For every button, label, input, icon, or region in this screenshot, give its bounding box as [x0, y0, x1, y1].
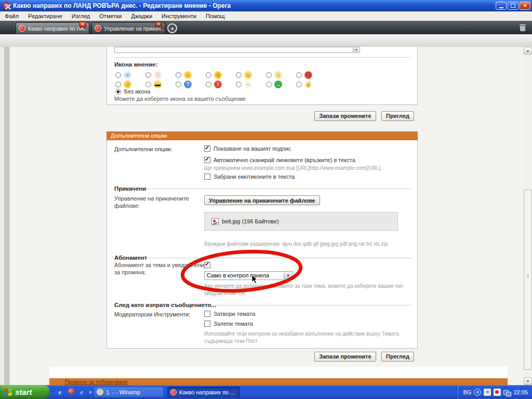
- quick-launch-chevron-icon[interactable]: »: [89, 389, 92, 395]
- signature-checkbox[interactable]: [204, 145, 210, 152]
- browser-e-icon[interactable]: e: [78, 388, 86, 396]
- manage-attachments-button[interactable]: Управление на прикачените файлове: [204, 195, 320, 205]
- menu-item[interactable]: Файл: [0, 11, 23, 21]
- icon-arrow[interactable]: →: [274, 81, 282, 88]
- clock[interactable]: 22:05: [513, 389, 528, 395]
- stick-thread-option[interactable]: Залепи темата: [204, 321, 253, 327]
- select-dropdown-icon[interactable]: ▼: [284, 272, 292, 279]
- language-indicator[interactable]: BG: [463, 389, 472, 395]
- menu-item[interactable]: Отметки: [95, 11, 126, 21]
- emoticon-option[interactable]: ☺: [176, 70, 206, 79]
- no-icon-option[interactable]: Без икона: [115, 88, 151, 95]
- icon-happy[interactable]: ☺: [244, 71, 252, 79]
- no-icon-radio[interactable]: [115, 89, 121, 95]
- emoticon-radio[interactable]: [115, 72, 121, 78]
- emoticon-radio[interactable]: [296, 82, 302, 87]
- emoticon-option[interactable]: ●: [236, 79, 266, 88]
- stick-thread-checkbox[interactable]: [204, 321, 210, 327]
- emoticon-radio[interactable]: [115, 82, 121, 87]
- new-tab-button[interactable]: +: [167, 23, 177, 33]
- field-dropdown-icon[interactable]: ▼: [353, 48, 359, 52]
- close-thread-checkbox[interactable]: [204, 311, 210, 317]
- close-thread-option[interactable]: Затвори темата: [204, 311, 255, 317]
- emoticon-radio[interactable]: [206, 72, 211, 78]
- icon-mad[interactable]: ☹: [304, 71, 312, 79]
- icon-laugh[interactable]: ☺: [184, 71, 192, 79]
- icon-cool[interactable]: ▬: [154, 81, 162, 88]
- emoticon-option[interactable]: ☺: [115, 79, 145, 88]
- emoticon-option[interactable]: ☺: [206, 70, 236, 79]
- network-icon[interactable]: [503, 389, 511, 396]
- closed-tabs-trash-icon[interactable]: [520, 24, 526, 31]
- attachment-file[interactable]: belt.jpg (196 Байтове): [222, 218, 279, 224]
- icon-post[interactable]: ≡: [124, 71, 131, 79]
- emoticon-option[interactable]: ?: [176, 79, 206, 88]
- notification-type-select[interactable]: Само в контрол панела ▼: [204, 271, 293, 280]
- disable-smilies-option[interactable]: Забрани емотиконите в текста: [204, 174, 295, 180]
- emoticon-option[interactable]: ▬: [145, 79, 176, 88]
- save-button[interactable]: Запази промените: [314, 111, 376, 121]
- tab-current-thread[interactable]: Какво направих по ЛА...: [16, 22, 89, 34]
- parse-links-checkbox[interactable]: [204, 157, 210, 163]
- emoticon-option[interactable]: ☺: [236, 70, 266, 79]
- preview-button[interactable]: Преглед: [381, 111, 414, 121]
- emoticon-radio[interactable]: [145, 72, 151, 78]
- menu-item[interactable]: Помощ: [201, 11, 230, 21]
- emoticon-radio[interactable]: [145, 82, 151, 87]
- restore-button[interactable]: [508, 2, 518, 10]
- emoticon-option[interactable]: ☹: [296, 70, 326, 79]
- tab-close-icon[interactable]: ✕: [155, 21, 162, 28]
- icon-thumbs-up[interactable]: ☝: [304, 81, 312, 88]
- emoticon-radio[interactable]: [176, 82, 181, 87]
- parse-links-option[interactable]: Автоматично сканирай линковете (връзките…: [204, 157, 355, 163]
- emoticon-option[interactable]: →: [266, 79, 296, 88]
- icon-idea[interactable]: ●: [244, 81, 252, 88]
- emoticon-option[interactable]: !: [206, 79, 236, 88]
- internet-explorer-icon[interactable]: e: [56, 388, 64, 396]
- language-bar-collapse-icon[interactable]: <: [474, 389, 481, 396]
- emoticon-radio[interactable]: [266, 82, 272, 87]
- emoticon-option[interactable]: ☟: [145, 70, 176, 79]
- alert-tray-icon[interactable]: [494, 389, 501, 396]
- emoticon-radio[interactable]: [236, 82, 242, 87]
- posting-rules-link[interactable]: Правила за публикуване: [65, 379, 128, 385]
- tab-attachments[interactable]: Управление на прикач...: [91, 22, 165, 34]
- start-button[interactable]: start: [0, 385, 50, 399]
- emoticon-radio[interactable]: [296, 72, 302, 78]
- menu-item[interactable]: Редактиране: [23, 11, 67, 21]
- icon-thumbs-down[interactable]: ☟: [154, 71, 162, 79]
- icon-exclaim[interactable]: !: [214, 81, 222, 88]
- tab-close-icon[interactable]: ✕: [79, 21, 86, 28]
- scroll-down-icon[interactable]: ▼: [524, 377, 532, 385]
- reason-field[interactable]: ▼: [114, 47, 360, 53]
- subscription-checkbox[interactable]: [204, 262, 210, 268]
- icon-smile[interactable]: ☺: [124, 81, 131, 88]
- icon-confused[interactable]: ?: [184, 81, 192, 88]
- disable-smilies-checkbox[interactable]: [204, 174, 210, 180]
- signature-option[interactable]: Показване на вашият подпис: [204, 145, 291, 152]
- task-winamp[interactable]: 1. - - Winamp: [94, 387, 164, 397]
- scrollbar-thumb[interactable]: [524, 190, 532, 370]
- opera-icon[interactable]: [67, 388, 75, 396]
- volume-muted-icon[interactable]: ✕: [484, 389, 491, 396]
- page-scrollbar[interactable]: ▲ ▼: [524, 47, 532, 385]
- emoticon-option[interactable]: ☺: [266, 70, 296, 79]
- menu-item[interactable]: Изглед: [67, 11, 95, 21]
- panels-wrench-icon[interactable]: [3, 3, 14, 11]
- emoticon-radio[interactable]: [236, 72, 242, 78]
- menu-item[interactable]: Джаджи: [126, 11, 157, 21]
- menu-item[interactable]: Инструменти: [157, 11, 201, 21]
- icon-sleepy[interactable]: ☺: [274, 71, 282, 79]
- scroll-up-icon[interactable]: ▲: [524, 47, 532, 55]
- emoticon-radio[interactable]: [206, 82, 211, 87]
- emoticon-radio[interactable]: [176, 72, 181, 78]
- minimize-button[interactable]: [496, 2, 507, 10]
- emoticon-option[interactable]: ☝: [296, 79, 326, 88]
- icon-grin[interactable]: ☺: [214, 71, 222, 79]
- close-button[interactable]: ✕: [520, 2, 530, 10]
- task-opera-active[interactable]: Какво направих по ...: [167, 387, 240, 397]
- preview-button[interactable]: Преглед: [381, 352, 414, 362]
- emoticon-option[interactable]: ≡: [115, 70, 145, 79]
- save-button[interactable]: Запази промените: [314, 352, 376, 362]
- emoticon-radio[interactable]: [266, 72, 272, 78]
